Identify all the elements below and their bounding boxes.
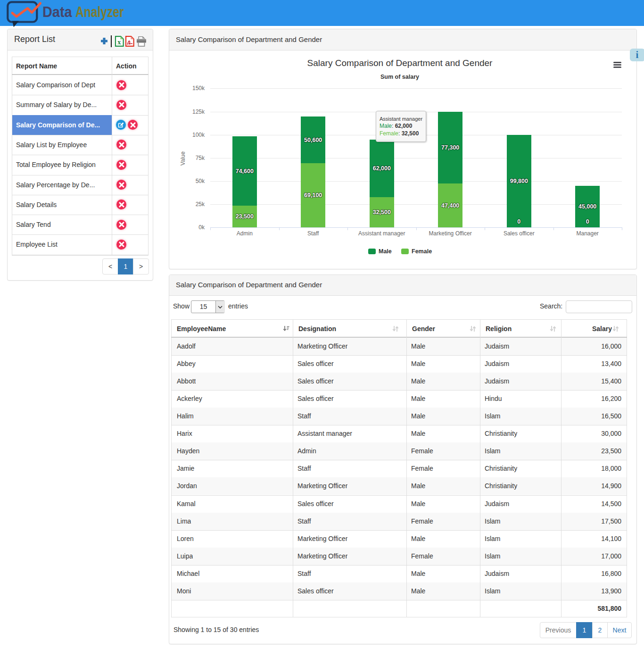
svg-text:x: x (117, 39, 121, 46)
